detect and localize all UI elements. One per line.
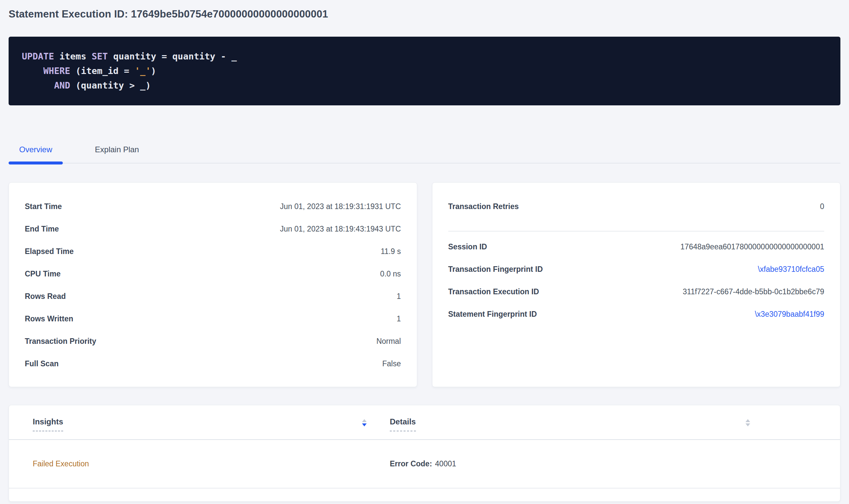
row-label: Session ID — [448, 242, 487, 251]
stat-row-transaction-retries: Transaction Retries 0 — [448, 195, 825, 218]
sql-text: quantity = quantity - _ — [108, 51, 237, 61]
sort-icon[interactable] — [362, 419, 367, 426]
row-label: Start Time — [25, 202, 62, 211]
sql-text: (item_id = — [70, 66, 135, 76]
row-value: 0 — [820, 202, 824, 211]
details-column-label[interactable]: Details — [390, 417, 416, 431]
row-label: Transaction Execution ID — [448, 287, 539, 296]
summary-cards-row: Start Time Jun 01, 2023 at 18:19:31:1931… — [8, 182, 841, 387]
insight-table-row: Failed Execution Error Code:40001 — [9, 440, 840, 488]
row-value: 1 — [397, 292, 401, 301]
row-label: Transaction Priority — [25, 337, 96, 346]
row-label: Transaction Fingerprint ID — [448, 265, 543, 274]
row-value: 0.0 ns — [380, 270, 401, 278]
stat-row-elapsed-time: Elapsed Time 11.9 s — [25, 240, 401, 263]
sql-keyword: AND — [54, 80, 70, 90]
sql-line-1: UPDATE items SET quantity = quantity - _ — [22, 49, 827, 64]
stat-row-full-scan: Full Scan False — [25, 353, 401, 375]
stat-row-transaction-execution-id: Transaction Execution ID 311f7227-c667-4… — [448, 281, 825, 303]
column-header-insights: Insights — [33, 417, 367, 431]
insights-table-header: Insights Details — [9, 405, 840, 440]
row-value: 1 — [397, 314, 401, 323]
sort-icon[interactable] — [746, 419, 750, 426]
row-label: End Time — [25, 224, 59, 234]
insights-column-label[interactable]: Insights — [33, 417, 63, 431]
sql-indent — [22, 80, 54, 90]
stat-row-session-id: Session ID 17648a9eea6017800000000000000… — [448, 235, 825, 258]
stat-row-rows-read: Rows Read 1 — [25, 285, 401, 307]
row-label: Rows Read — [25, 292, 66, 301]
tab-bar: Overview Explain Plan — [8, 145, 841, 163]
sql-text: items — [54, 51, 92, 61]
sql-indent — [22, 66, 43, 76]
sort-up-icon — [362, 419, 367, 422]
tab-overview-label: Overview — [19, 145, 52, 154]
sql-line-2: WHERE (item_id = '_') — [22, 64, 827, 78]
stat-row-start-time: Start Time Jun 01, 2023 at 18:19:31:1931… — [25, 195, 401, 218]
tab-overview[interactable]: Overview — [8, 145, 63, 163]
row-value: 11.9 s — [381, 247, 401, 256]
row-label: CPU Time — [25, 270, 60, 278]
sql-text: ) — [151, 66, 156, 76]
sql-keyword: WHERE — [43, 66, 70, 76]
statement-fingerprint-link[interactable]: \x3e3079baabf41f99 — [755, 310, 824, 319]
error-code-label: Error Code: — [390, 460, 432, 468]
tab-explain-plan-label: Explain Plan — [95, 145, 139, 154]
stat-row-transaction-priority: Transaction Priority Normal — [25, 330, 401, 353]
sql-line-3: AND (quantity > _) — [22, 78, 827, 93]
execution-stats-card: Start Time Jun 01, 2023 at 18:19:31:1931… — [8, 182, 417, 387]
page-title: Statement Execution ID: 17649be5b0754e70… — [8, 0, 841, 20]
stat-row-transaction-fingerprint-id: Transaction Fingerprint ID \xfabe93710fc… — [448, 258, 825, 281]
sort-down-icon — [746, 424, 750, 426]
card-divider — [448, 231, 825, 232]
stat-row-end-time: End Time Jun 01, 2023 at 18:19:43:1943 U… — [25, 218, 401, 240]
transaction-fingerprint-link[interactable]: \xfabe93710fcfca05 — [758, 265, 824, 274]
statement-execution-page: Statement Execution ID: 17649be5b0754e70… — [0, 0, 849, 502]
row-value: 311f7227-c667-4dde-b5bb-0c1b2bbe6c79 — [683, 287, 824, 296]
row-value: False — [382, 359, 401, 368]
sql-keyword: SET — [91, 51, 108, 61]
row-value: Jun 01, 2023 at 18:19:31:1931 UTC — [280, 202, 401, 211]
insights-table-card: Insights Details Failed Execution Error … — [8, 405, 841, 502]
row-label: Full Scan — [25, 359, 58, 368]
sort-up-icon — [746, 419, 750, 422]
row-value: Normal — [376, 337, 401, 346]
row-label: Rows Written — [25, 314, 73, 323]
sql-text: (quantity > _) — [70, 80, 151, 90]
error-code-value: 40001 — [435, 460, 456, 468]
tab-explain-plan[interactable]: Explain Plan — [84, 145, 150, 163]
transaction-details-card: Transaction Retries 0 Session ID 17648a9… — [432, 182, 841, 387]
row-value: Jun 01, 2023 at 18:19:43:1943 UTC — [280, 224, 401, 234]
row-label: Statement Fingerprint ID — [448, 310, 537, 319]
sql-statement-box: UPDATE items SET quantity = quantity - _… — [8, 37, 841, 105]
stat-row-statement-fingerprint-id: Statement Fingerprint ID \x3e3079baabf41… — [448, 303, 825, 325]
insight-status: Failed Execution — [33, 460, 367, 468]
row-label: Elapsed Time — [25, 247, 74, 256]
row-value: 17648a9eea601780000000000000000001 — [680, 242, 824, 251]
row-label: Transaction Retries — [448, 202, 519, 211]
sql-string-literal: '_' — [135, 66, 151, 76]
stat-row-cpu-time: CPU Time 0.0 ns — [25, 263, 401, 285]
stat-row-rows-written: Rows Written 1 — [25, 307, 401, 330]
sql-keyword: UPDATE — [22, 51, 54, 61]
insight-details: Error Code:40001 — [390, 460, 750, 468]
column-header-details: Details — [390, 417, 750, 431]
sort-down-icon — [362, 424, 367, 426]
